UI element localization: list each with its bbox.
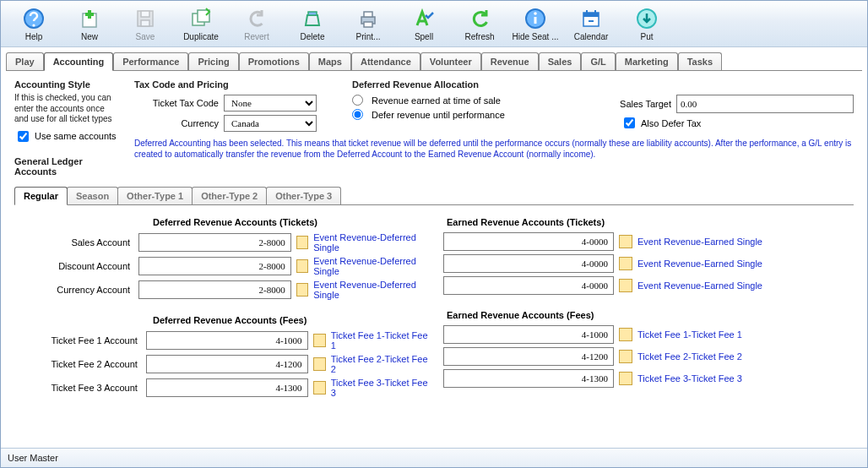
tab-play[interactable]: Play xyxy=(6,52,44,70)
use-same-accounts-checkbox[interactable]: Use same accounts xyxy=(14,128,119,144)
revert-icon xyxy=(245,7,269,30)
sales-earned-input[interactable] xyxy=(443,232,614,251)
fee2-deferred-lookup-button[interactable] xyxy=(313,357,326,371)
discount-deferred-lookup-button[interactable] xyxy=(296,259,308,273)
gl-accounts-heading: General Ledger Accounts xyxy=(14,156,119,177)
svg-rect-8 xyxy=(308,12,317,15)
accounting-style-help: If this is checked, you can enter the ac… xyxy=(14,93,119,125)
currency-select[interactable]: Canada xyxy=(224,115,317,132)
fee1-e-row: Ticket Fee 1-Ticket Fee 1 xyxy=(438,325,850,344)
fee3-earned-lookup-button[interactable] xyxy=(619,372,632,385)
fee1-deferred-link[interactable]: Ticket Fee 1-Ticket Fee 1 xyxy=(331,330,430,351)
sales-deferred-input[interactable] xyxy=(138,233,291,252)
tab-pricing[interactable]: Pricing xyxy=(188,52,238,70)
fee3-deferred-input[interactable] xyxy=(146,378,308,397)
radio-defer-until-performance[interactable]: Defer revenue until performance xyxy=(352,109,589,120)
fee2-e-row: Ticket Fee 2-Ticket Fee 2 xyxy=(438,347,850,366)
radio-earned-at-sale[interactable]: Revenue earned at time of sale xyxy=(352,95,589,106)
svg-rect-15 xyxy=(583,13,599,17)
delete-button[interactable]: Delete xyxy=(285,7,340,41)
fee1-earned-link[interactable]: Ticket Fee 1-Ticket Fee 1 xyxy=(637,329,742,340)
fee3-deferred-link[interactable]: Ticket Fee 3-Ticket Fee 3 xyxy=(331,378,430,398)
new-button[interactable]: New xyxy=(62,7,117,41)
fee2-earned-link[interactable]: Ticket Fee 2-Ticket Fee 2 xyxy=(637,351,742,362)
subtab-other-type-3[interactable]: Other-Type 3 xyxy=(266,187,341,204)
ticket-tax-code-select[interactable]: None xyxy=(224,95,317,112)
subtab-other-type-2[interactable]: Other-Type 2 xyxy=(192,187,267,204)
fee2-deferred-link[interactable]: Ticket Fee 2-Ticket Fee 2 xyxy=(331,354,430,374)
also-defer-tax-checkbox[interactable]: Also Defer Tax xyxy=(621,115,854,131)
also-defer-tax-input[interactable] xyxy=(624,117,635,128)
tab-promotions[interactable]: Promotions xyxy=(239,52,309,70)
fee3-deferred-lookup-button[interactable] xyxy=(313,381,326,395)
discount-earned-link[interactable]: Event Revenue-Earned Single xyxy=(637,258,762,269)
help-icon xyxy=(22,7,46,30)
help-button[interactable]: Help xyxy=(6,7,62,41)
fee2-d-row: Ticket Fee 2 AccountTicket Fee 2-Ticket … xyxy=(18,354,430,374)
fee3-earned-link[interactable]: Ticket Fee 3-Ticket Fee 3 xyxy=(637,373,742,384)
refresh-button[interactable]: Refresh xyxy=(452,7,507,41)
currency-deferred-lookup-button[interactable] xyxy=(296,283,308,297)
tab-maps[interactable]: Maps xyxy=(309,52,351,70)
deferred-note: Deferred Accounting has been selected. T… xyxy=(134,139,854,160)
fee1-earned-lookup-button[interactable] xyxy=(619,328,632,341)
tab-revenue[interactable]: Revenue xyxy=(481,52,539,70)
put-button[interactable]: Put xyxy=(619,7,675,41)
print-button[interactable]: Print... xyxy=(340,7,396,41)
tab-tasks[interactable]: Tasks xyxy=(678,52,722,70)
discount-earned-lookup-button[interactable] xyxy=(619,257,632,270)
status-bar: User Master xyxy=(1,448,867,467)
discount-deferred-input[interactable] xyxy=(138,257,291,275)
svg-rect-4 xyxy=(141,11,149,17)
gl-subtabs: RegularSeasonOther-Type 1Other-Type 2Oth… xyxy=(14,187,854,204)
fee1-deferred-lookup-button[interactable] xyxy=(313,334,326,347)
currency-earned-link[interactable]: Event Revenue-Earned Single xyxy=(637,280,762,291)
save-button: Save xyxy=(117,7,173,41)
fee3-e-row: Ticket Fee 3-Ticket Fee 3 xyxy=(438,369,850,388)
currency-deferred-input[interactable] xyxy=(138,280,291,299)
sales-deferred-lookup-button[interactable] xyxy=(296,236,308,249)
hideseat-button[interactable]: Hide Seat ... xyxy=(507,7,563,41)
sales-earned-lookup-button[interactable] xyxy=(619,235,632,248)
discount-d-row: Discount AccountEvent Revenue-Deferred S… xyxy=(18,256,430,276)
calendar-button[interactable]: Calendar xyxy=(563,7,619,41)
currency-earned-lookup-button[interactable] xyxy=(619,279,632,292)
discount-e-row: Event Revenue-Earned Single xyxy=(438,254,850,273)
fee2-deferred-input[interactable] xyxy=(146,355,308,373)
fee1-earned-input[interactable] xyxy=(443,325,614,344)
refresh-button-label: Refresh xyxy=(464,32,494,41)
delete-icon xyxy=(301,7,324,30)
use-same-accounts-input[interactable] xyxy=(18,131,29,142)
currency-earned-input[interactable] xyxy=(443,276,614,295)
tab-attendance[interactable]: Attendance xyxy=(351,52,420,70)
fee1-deferred-input[interactable] xyxy=(146,331,308,350)
tab-performance[interactable]: Performance xyxy=(113,52,188,70)
discount-earned-input[interactable] xyxy=(443,254,614,273)
tab-sales[interactable]: Sales xyxy=(539,52,582,70)
tab-volunteer[interactable]: Volunteer xyxy=(420,52,481,70)
subtab-other-type-1[interactable]: Other-Type 1 xyxy=(117,187,193,204)
fee2-earned-input[interactable] xyxy=(443,347,614,366)
use-same-accounts-label: Use same accounts xyxy=(35,131,117,141)
spell-button[interactable]: Spell xyxy=(396,7,452,41)
info-icon xyxy=(524,7,547,30)
tab-marketing[interactable]: Marketing xyxy=(616,52,678,70)
fee2-earned-lookup-button[interactable] xyxy=(619,350,632,363)
subtab-regular[interactable]: Regular xyxy=(14,187,68,205)
discount-deferred-link[interactable]: Event Revenue-Deferred Single xyxy=(313,256,430,276)
subtab-season[interactable]: Season xyxy=(67,187,118,204)
sales-earned-link[interactable]: Event Revenue-Earned Single xyxy=(637,237,762,247)
tab-g-l[interactable]: G/L xyxy=(581,52,615,70)
sales-deferred-link[interactable]: Event Revenue-Deferred Single xyxy=(313,232,430,253)
radio-defer-input[interactable] xyxy=(352,109,363,120)
currency-d-row: Currency AccountEvent Revenue-Deferred S… xyxy=(18,280,430,300)
fee3-earned-input[interactable] xyxy=(443,369,614,388)
radio-earned-input[interactable] xyxy=(352,95,363,106)
currency-label: Currency xyxy=(134,118,219,128)
sales-target-input[interactable] xyxy=(676,95,854,113)
tab-accounting[interactable]: Accounting xyxy=(44,52,114,71)
accounting-style-heading: Accounting Style xyxy=(14,79,119,90)
put-button-label: Put xyxy=(640,32,653,41)
duplicate-button[interactable]: Duplicate xyxy=(173,7,229,41)
currency-deferred-link[interactable]: Event Revenue-Deferred Single xyxy=(313,280,430,300)
